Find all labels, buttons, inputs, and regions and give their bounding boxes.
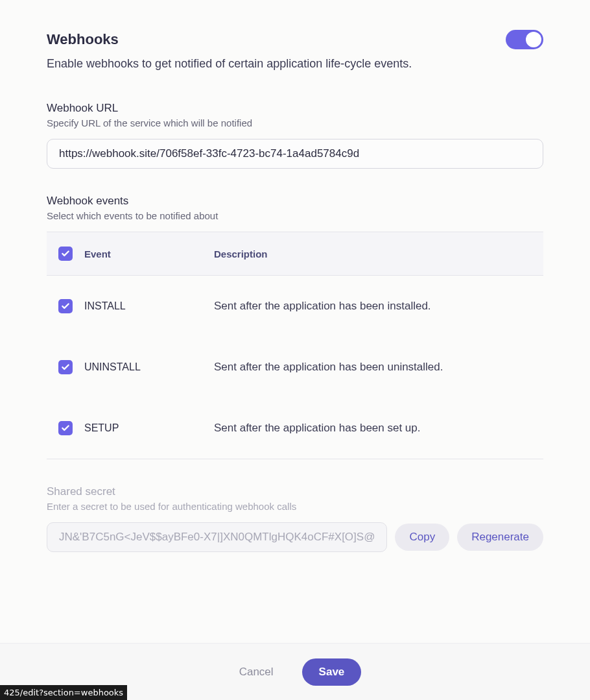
check-icon xyxy=(61,302,70,311)
events-table: Event Description INSTALL Sent after the… xyxy=(47,232,543,459)
select-all-checkbox[interactable] xyxy=(58,247,73,261)
shared-secret-group: Shared secret Enter a secret to be used … xyxy=(47,485,543,552)
webhook-events-help: Select which events to be notified about xyxy=(47,210,543,221)
event-name: INSTALL xyxy=(84,300,214,312)
column-header-event: Event xyxy=(84,248,214,259)
shared-secret-input[interactable] xyxy=(47,522,387,552)
page-title: Webhooks xyxy=(47,31,119,48)
webhook-url-help: Specify URL of the service which will be… xyxy=(47,117,543,128)
table-row: SETUP Sent after the application has bee… xyxy=(47,398,543,459)
save-button[interactable]: Save xyxy=(302,658,362,686)
event-description: Sent after the application has been inst… xyxy=(214,300,532,313)
check-icon xyxy=(61,424,70,433)
webhook-url-input[interactable] xyxy=(47,139,543,169)
webhook-url-label: Webhook URL xyxy=(47,102,543,115)
page-subtitle: Enable webhooks to get notified of certa… xyxy=(47,57,543,71)
check-icon xyxy=(61,363,70,372)
event-checkbox-setup[interactable] xyxy=(58,421,73,435)
event-name: UNINSTALL xyxy=(84,361,214,373)
events-table-header: Event Description xyxy=(47,232,543,276)
webhook-events-group: Webhook events Select which events to be… xyxy=(47,195,543,221)
webhook-events-label: Webhook events xyxy=(47,195,543,208)
table-row: INSTALL Sent after the application has b… xyxy=(47,276,543,337)
copy-button[interactable]: Copy xyxy=(395,524,449,551)
event-name: SETUP xyxy=(84,422,214,434)
event-description: Sent after the application has been unin… xyxy=(214,361,532,374)
shared-secret-label: Shared secret xyxy=(47,485,543,498)
event-description: Sent after the application has been set … xyxy=(214,422,532,435)
check-icon xyxy=(61,249,70,258)
shared-secret-help: Enter a secret to be used for authentica… xyxy=(47,501,543,512)
table-row: UNINSTALL Sent after the application has… xyxy=(47,337,543,398)
cancel-button[interactable]: Cancel xyxy=(229,659,284,685)
webhook-url-group: Webhook URL Specify URL of the service w… xyxy=(47,102,543,169)
status-url-fragment: 425/edit?section=webhooks xyxy=(0,685,127,700)
event-checkbox-uninstall[interactable] xyxy=(58,360,73,374)
event-checkbox-install[interactable] xyxy=(58,299,73,313)
regenerate-button[interactable]: Regenerate xyxy=(457,524,543,551)
column-header-description: Description xyxy=(214,248,532,259)
enable-webhooks-toggle[interactable] xyxy=(506,30,543,49)
toggle-knob xyxy=(526,32,541,47)
